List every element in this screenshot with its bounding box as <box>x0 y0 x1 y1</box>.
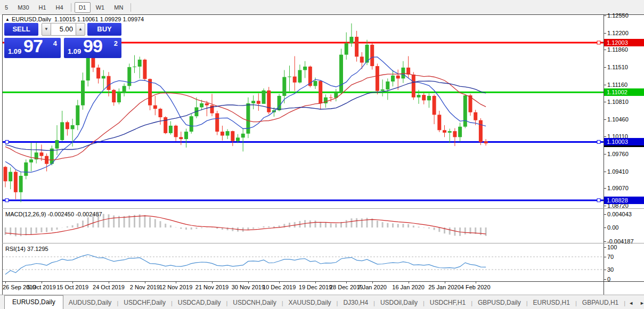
price-tick-label: 1.11510 <box>607 64 628 70</box>
timeframe-button-H4[interactable]: H4 <box>52 2 68 13</box>
sell-button[interactable]: SELL <box>4 23 38 36</box>
candle-body <box>319 81 322 103</box>
price-tick-mark <box>604 85 606 85</box>
timeframe-button-H1[interactable]: H1 <box>35 2 51 13</box>
price-tick-mark <box>604 15 606 16</box>
candle-body <box>55 140 59 149</box>
price-tick-label: 1.11160 <box>607 82 627 88</box>
volume-input[interactable]: 5.00 <box>51 23 76 36</box>
tab-AUDUSD-Daily[interactable]: AUDUSD,Daily <box>63 297 117 309</box>
rsi-tick-mark <box>604 247 606 248</box>
candle-body <box>76 105 79 125</box>
sell-price-pip: 4 <box>53 39 57 47</box>
tab-scroll-right-icon[interactable]: ► <box>637 300 644 309</box>
buy-button[interactable]: BUY <box>87 23 121 36</box>
candle-body <box>205 103 209 105</box>
candle-body <box>215 113 219 132</box>
price-tick-mark <box>604 188 606 189</box>
tab-EURUSD-Daily[interactable]: EURUSD,Daily <box>4 295 63 309</box>
date-tick-mark <box>109 281 109 283</box>
price-tick-label: 1.09410 <box>607 168 629 175</box>
tab-USDCAD-Daily[interactable]: USDCAD,Daily <box>173 297 226 309</box>
tab-USDOil-Daily[interactable]: USDOil,Daily <box>375 297 423 309</box>
chart-area[interactable]: ▲EURUSD,Daily 1.10015 1.10061 1.09929 1.… <box>0 15 644 295</box>
price-level-badge-1.11002: 1.11002 <box>604 88 644 96</box>
volume-decrease-button[interactable]: ▼ <box>42 23 51 36</box>
tab-XAUUSD-Daily[interactable]: XAUUSD,Daily <box>283 297 337 309</box>
collapse-arrow-icon[interactable]: ▲ <box>5 17 10 22</box>
date-label: 24 Oct 2019 <box>93 284 125 290</box>
tab-GBPUSD-Daily[interactable]: GBPUSD,Daily <box>472 297 526 309</box>
rsi-label: RSI(14) 37.1295 <box>5 246 48 252</box>
tab-USDCHF-Daily[interactable]: USDCHF,Daily <box>118 297 171 309</box>
hline-handle[interactable] <box>597 199 600 202</box>
buy-price-quote[interactable]: 1.09 99 2 <box>64 38 121 58</box>
price-tick-mark <box>604 33 606 34</box>
candle-body <box>246 103 250 134</box>
candle-body <box>96 68 100 79</box>
price-tick-mark <box>604 172 606 172</box>
tab-DJ30-H4[interactable]: DJ30,H4 <box>338 297 373 309</box>
hline-handle[interactable] <box>5 199 9 202</box>
price-level-badge-1.12003: 1.12003 <box>604 39 644 46</box>
candle-body <box>133 67 136 67</box>
candle-body <box>422 95 426 100</box>
date-label: 12 Nov 2019 <box>159 284 192 290</box>
timeframe-button-MN[interactable]: MN <box>110 2 127 13</box>
hline-handle[interactable] <box>597 41 600 44</box>
candle-body <box>437 115 441 130</box>
candle-body <box>396 76 400 79</box>
hline-handle[interactable] <box>597 140 600 143</box>
rsi-tick-label: 0 <box>607 276 610 282</box>
candle-body <box>251 101 255 103</box>
date-tick-mark <box>279 281 280 283</box>
candle-body <box>267 91 271 112</box>
date-tick-mark <box>5 281 6 283</box>
mt4-window: 5M30H1H4D1W1MN ▲EURUSD,Daily 1.10015 1.1… <box>0 0 644 309</box>
tab-USDCHF-H1[interactable]: USDCHF,H1 <box>425 297 471 309</box>
candle-body <box>138 60 142 67</box>
rsi-indicator-chart[interactable] <box>3 243 604 281</box>
tab-EURUSD-H1[interactable]: EURUSD,H1 <box>528 297 575 309</box>
candle-body <box>19 176 23 192</box>
price-tick-label: 1.11860 <box>607 46 628 53</box>
candle-body <box>349 37 353 43</box>
candle-body <box>164 117 167 133</box>
macd-splitter[interactable] <box>2 208 644 209</box>
tab-USDCNH-Daily[interactable]: USDCNH,Daily <box>227 297 281 309</box>
rsi-splitter[interactable] <box>2 243 644 243</box>
candle-body <box>148 79 152 105</box>
candle-body <box>236 137 240 141</box>
date-label: 10 Dec 2019 <box>263 284 296 290</box>
candle-body <box>66 122 69 129</box>
candle-body <box>391 76 395 82</box>
candle-body <box>443 130 446 133</box>
sell-price-quote[interactable]: 1.09 97 4 <box>4 38 61 58</box>
candle-body <box>9 172 12 182</box>
candle-body <box>107 76 111 90</box>
timeframe-button-D1[interactable]: D1 <box>75 2 91 13</box>
frame-border-left <box>2 15 3 295</box>
candle-body <box>262 91 266 104</box>
candle-body <box>463 95 467 127</box>
buy-price-prefix: 1.09 <box>68 47 81 55</box>
candle-body <box>184 132 188 139</box>
candle-body <box>282 77 286 96</box>
candle-body <box>60 122 64 140</box>
timeframe-button-5[interactable]: 5 <box>1 2 12 13</box>
candle-body <box>355 37 358 56</box>
timeframe-button-W1[interactable]: W1 <box>92 2 109 13</box>
chart-tab-bar: EURUSD,DailyAUDUSD,Daily|USDCHF,Daily|US… <box>0 295 644 309</box>
date-label: 25 Jan 2020 <box>428 284 461 290</box>
candle-body <box>339 55 343 93</box>
candle-body <box>81 80 85 105</box>
timeframe-button-M30[interactable]: M30 <box>13 2 33 13</box>
tab-scroll-left-icon[interactable]: ◄ <box>625 300 637 309</box>
candle-body <box>474 112 477 120</box>
candle-body <box>433 96 436 115</box>
price-tick-label: 1.12200 <box>607 30 629 36</box>
date-tick-mark <box>445 281 445 283</box>
hline-handle[interactable] <box>5 140 9 143</box>
tab-GBPAUD-H1[interactable]: GBPAUD,H1 <box>577 297 624 309</box>
volume-increase-button[interactable]: ▲ <box>76 23 85 36</box>
